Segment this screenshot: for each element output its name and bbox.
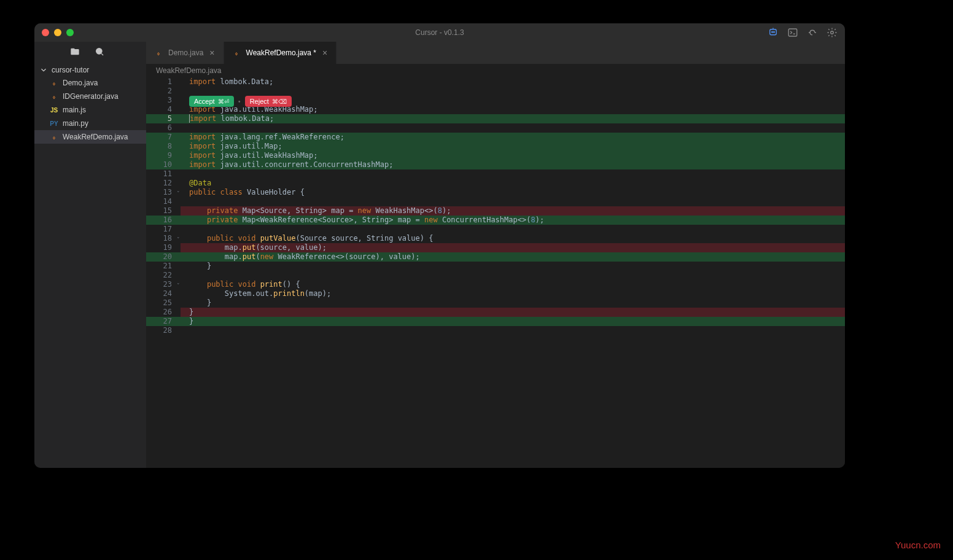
accept-button[interactable]: Accept ⌘⏎ [189, 96, 234, 107]
svg-line-7 [101, 53, 103, 55]
ai-chat-icon[interactable] [768, 27, 779, 38]
svg-rect-4 [788, 29, 797, 36]
editor-area: ⬨ Demo.java × ⬨ WeakRefDemo.java * × Wea… [146, 42, 845, 468]
reject-button[interactable]: Reject ⌘⌫ [245, 96, 292, 107]
svg-point-2 [774, 32, 775, 33]
file-label: IDGenerator.java [63, 92, 119, 101]
file-tree: ⬨ Demo.java ⬨ IDGenerator.java JS main.j… [34, 76, 146, 144]
java-file-icon: ⬨ [49, 134, 59, 141]
inline-diff-actions: Accept ⌘⏎ • Reject ⌘⌫ [189, 96, 292, 107]
svg-point-1 [772, 32, 773, 33]
reject-shortcut: ⌘⌫ [272, 98, 287, 105]
java-file-icon: ⬨ [231, 50, 241, 56]
file-item-demo[interactable]: ⬨ Demo.java [34, 76, 146, 90]
java-file-icon: ⬨ [49, 80, 59, 87]
svg-point-6 [96, 49, 102, 54]
reject-label: Reject [250, 98, 269, 105]
file-item-mainjs[interactable]: JS main.js [34, 103, 146, 117]
tab-label: WeakRefDemo.java * [246, 49, 317, 57]
titlebar-actions [768, 27, 838, 38]
tab-demo[interactable]: ⬨ Demo.java × [146, 42, 224, 64]
file-label: main.js [63, 106, 86, 114]
wave-icon[interactable] [807, 27, 818, 38]
accept-label: Accept [194, 98, 215, 105]
tab-weakrefdemo[interactable]: ⬨ WeakRefDemo.java * × [224, 42, 337, 64]
js-file-icon: JS [49, 107, 59, 114]
close-tab-icon[interactable]: × [321, 48, 329, 58]
search-icon[interactable] [95, 47, 104, 59]
code-content[interactable]: import lombok.Data;import java.util.Weak… [181, 77, 845, 468]
code-editor[interactable]: Accept ⌘⏎ • Reject ⌘⌫ 12345678910111213˅… [146, 77, 845, 468]
folder-icon[interactable] [70, 47, 80, 59]
project-name: cursor-tutor [52, 66, 89, 74]
breadcrumb-text: WeakRefDemo.java [156, 66, 222, 75]
settings-icon[interactable] [827, 27, 838, 38]
maximize-window-button[interactable] [66, 29, 74, 36]
watermark-text: Yuucn.com [895, 540, 941, 550]
sidebar-toolbar [34, 42, 146, 64]
file-item-weakrefdemo[interactable]: ⬨ WeakRefDemo.java [34, 130, 146, 144]
action-separator: • [236, 98, 243, 105]
py-file-icon: PY [49, 120, 59, 127]
breadcrumb[interactable]: WeakRefDemo.java [146, 64, 845, 77]
accept-shortcut: ⌘⏎ [218, 98, 229, 105]
file-label: Demo.java [63, 79, 98, 87]
svg-rect-0 [770, 29, 777, 35]
window-controls [42, 29, 74, 36]
titlebar: Cursor - v0.1.3 [34, 23, 845, 42]
file-item-mainpy[interactable]: PY main.py [34, 117, 146, 130]
terminal-icon[interactable] [787, 27, 798, 38]
svg-point-5 [831, 31, 834, 34]
file-label: main.py [63, 119, 88, 128]
file-label: WeakRefDemo.java [63, 133, 128, 141]
java-file-icon: ⬨ [154, 50, 163, 56]
minimize-window-button[interactable] [54, 29, 61, 36]
file-item-idgenerator[interactable]: ⬨ IDGenerator.java [34, 90, 146, 103]
tab-bar: ⬨ Demo.java × ⬨ WeakRefDemo.java * × [146, 42, 845, 64]
close-window-button[interactable] [42, 29, 49, 36]
line-number-gutter: 12345678910111213˅1415161718˅1920212223˅… [146, 77, 181, 468]
sidebar: cursor-tutor ⬨ Demo.java ⬨ IDGenerator.j… [34, 42, 146, 468]
project-root[interactable]: cursor-tutor [34, 64, 146, 76]
close-tab-icon[interactable]: × [208, 48, 216, 58]
tab-label: Demo.java [168, 49, 203, 57]
window-title: Cursor - v0.1.3 [415, 28, 464, 37]
app-window: Cursor - v0.1.3 cursor-tutor [34, 23, 845, 468]
java-file-icon: ⬨ [49, 93, 59, 100]
